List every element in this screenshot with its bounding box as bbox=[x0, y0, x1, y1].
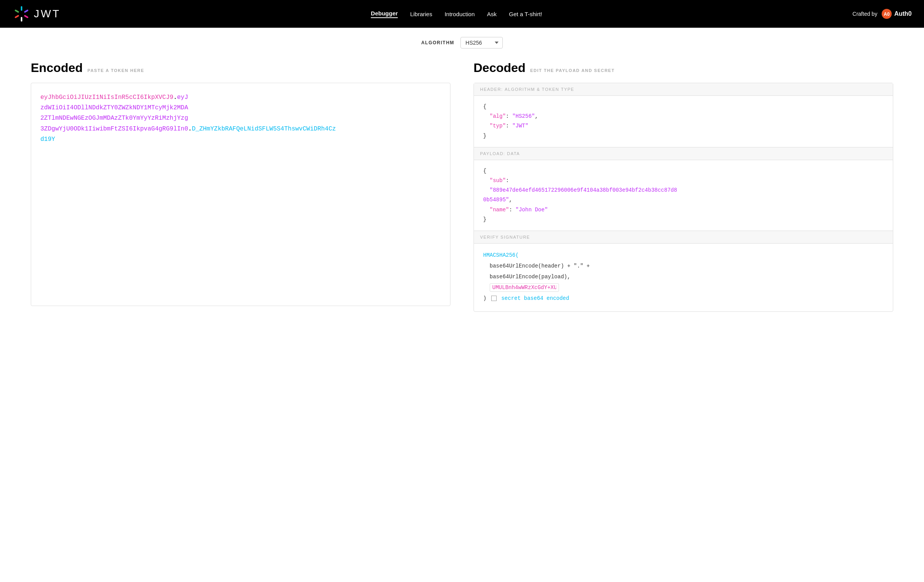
main-content: Encoded PASTE A TOKEN HERE eyJhbGciOiJIU… bbox=[0, 61, 924, 312]
payload-panel-label: PAYLOAD: DATA bbox=[474, 147, 893, 160]
auth0-label: Auth0 bbox=[894, 10, 912, 17]
navbar-right: Crafted by A0 Auth0 bbox=[852, 8, 912, 19]
svg-rect-0 bbox=[21, 6, 22, 11]
payload-panel: PAYLOAD: DATA { "sub": "889e47de64efd465… bbox=[474, 147, 893, 231]
encoded-title: Encoded PASTE A TOKEN HERE bbox=[31, 61, 450, 75]
nav-ask[interactable]: Ask bbox=[487, 11, 497, 17]
algorithm-label: ALGORITHM bbox=[421, 40, 454, 45]
encoded-subtitle: PASTE A TOKEN HERE bbox=[87, 68, 144, 73]
sig-close-paren: ) bbox=[483, 295, 486, 301]
encoded-section: Encoded PASTE A TOKEN HERE eyJhbGciOiJIU… bbox=[31, 61, 466, 312]
jwt-dot-2: . bbox=[188, 125, 192, 132]
header-panel-body[interactable]: { "alg": "HS256", "typ": "JWT" } bbox=[474, 96, 893, 147]
logo-text: JWT bbox=[34, 8, 61, 20]
decoded-title: Decoded EDIT THE PAYLOAD AND SECRET bbox=[474, 61, 893, 75]
nav-libraries[interactable]: Libraries bbox=[410, 11, 432, 17]
base64-checkbox[interactable] bbox=[491, 296, 497, 301]
jwt-logo-icon bbox=[12, 5, 31, 23]
decoded-subtitle: EDIT THE PAYLOAD AND SECRET bbox=[530, 68, 615, 73]
svg-rect-1 bbox=[24, 9, 28, 13]
navbar-logo-area: JWT bbox=[12, 5, 61, 23]
sig-line2: base64UrlEncode(payload), bbox=[483, 271, 884, 282]
svg-rect-4 bbox=[15, 15, 19, 18]
svg-rect-3 bbox=[21, 17, 22, 22]
auth0-badge: A0 Auth0 bbox=[881, 8, 912, 19]
jwt-dot-1: . bbox=[173, 94, 177, 101]
sig-function-name: HMACSHA256( bbox=[483, 252, 519, 258]
sig-fn-line: HMACSHA256( bbox=[483, 250, 884, 261]
decoded-section: Decoded EDIT THE PAYLOAD AND SECRET HEAD… bbox=[466, 61, 893, 312]
decoded-panels: HEADER: ALGORITHM & TOKEN TYPE { "alg": … bbox=[474, 83, 893, 312]
verify-signature-panel: VERIFY SIGNATURE HMACSHA256( base64UrlEn… bbox=[474, 231, 893, 311]
svg-rect-2 bbox=[24, 15, 28, 18]
algorithm-bar: ALGORITHM HS256 HS384 HS512 RS256 RS384 … bbox=[0, 28, 924, 55]
header-panel-sublabel: ALGORITHM & TOKEN TYPE bbox=[505, 87, 574, 92]
verify-panel-label: VERIFY SIGNATURE bbox=[474, 231, 893, 244]
sig-line1: base64UrlEncode(header) + "." + bbox=[483, 261, 884, 271]
algorithm-select[interactable]: HS256 HS384 HS512 RS256 RS384 RS512 bbox=[460, 37, 503, 48]
navbar: JWT Debugger Libraries Introduction Ask … bbox=[0, 0, 924, 28]
navbar-nav: Debugger Libraries Introduction Ask Get … bbox=[371, 10, 542, 18]
jwt-part1: eyJhbGciOiJIUzI1NiIsInR5cCI6IkpXVCJ9 bbox=[40, 94, 173, 101]
sig-close-line: ) secret base64 encoded bbox=[483, 293, 884, 304]
verify-panel-body: HMACSHA256( base64UrlEncode(header) + ".… bbox=[474, 244, 893, 311]
svg-text:A0: A0 bbox=[884, 12, 890, 17]
header-panel-label: HEADER: ALGORITHM & TOKEN TYPE bbox=[474, 83, 893, 96]
sig-line1-text: base64UrlEncode(header) + "." + bbox=[490, 263, 590, 269]
sig-secret-label: secret base64 encoded bbox=[501, 295, 569, 301]
encoded-heading: Encoded bbox=[31, 61, 83, 75]
decoded-heading: Decoded bbox=[474, 61, 525, 75]
nav-introduction[interactable]: Introduction bbox=[445, 11, 475, 17]
payload-panel-sublabel: DATA bbox=[507, 151, 520, 156]
sig-secret-line bbox=[483, 282, 884, 293]
nav-debugger[interactable]: Debugger bbox=[371, 10, 398, 18]
encoded-token-box[interactable]: eyJhbGciOiJIUzI1NiIsInR5cCI6IkpXVCJ9.eyJ… bbox=[31, 83, 450, 306]
header-panel: HEADER: ALGORITHM & TOKEN TYPE { "alg": … bbox=[474, 83, 893, 147]
sig-secret-input[interactable] bbox=[490, 283, 559, 292]
nav-tshirt[interactable]: Get a T-shirt! bbox=[509, 11, 542, 17]
sig-line2-text: base64UrlEncode(payload), bbox=[490, 274, 570, 280]
crafted-by-label: Crafted by bbox=[852, 11, 877, 17]
svg-rect-5 bbox=[15, 9, 19, 13]
payload-panel-body[interactable]: { "sub": "889e47de64efd465172296006e9f41… bbox=[474, 160, 893, 231]
auth0-logo-icon: A0 bbox=[881, 8, 892, 19]
